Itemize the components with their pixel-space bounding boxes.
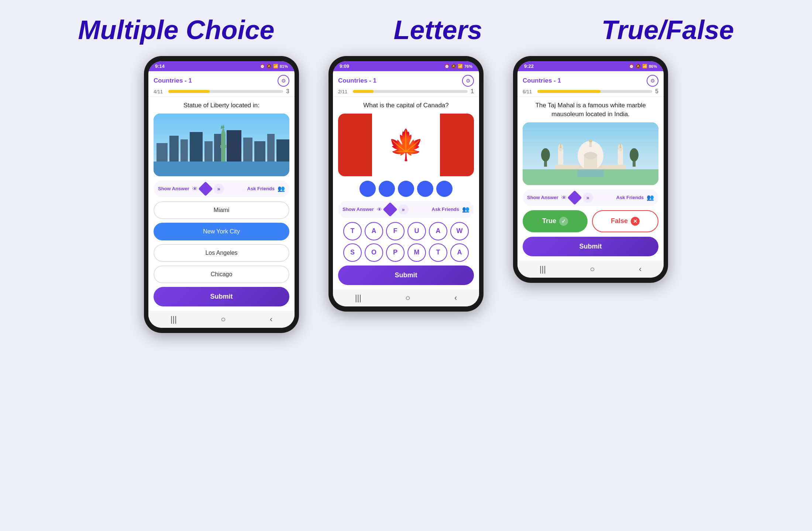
true-false-row: True ✓ False ✕ <box>523 210 658 232</box>
eye-icon-2: 👁 <box>377 206 382 212</box>
choice-chicago[interactable]: Chicago <box>154 266 289 283</box>
diamond-icon-3 <box>567 190 582 205</box>
show-answer-btn-2[interactable]: Show Answer <box>343 206 374 212</box>
letter-btn-T1[interactable]: T <box>343 222 362 240</box>
nav-home-icon-3[interactable]: ○ <box>590 264 595 274</box>
submit-btn-1[interactable]: Submit <box>154 287 289 306</box>
letter-btn-A3[interactable]: A <box>450 243 469 262</box>
true-button[interactable]: True ✓ <box>523 210 588 232</box>
header-top-1: Countries - 1 ⚙ <box>154 75 289 87</box>
forward-btn-3[interactable]: » <box>583 192 593 203</box>
letter-btn-F[interactable]: F <box>386 222 405 240</box>
flag-center: 🍁 <box>372 114 440 176</box>
progress-bar-fill-1 <box>168 90 210 93</box>
ask-friends-btn-3[interactable]: Ask Friends <box>616 195 644 200</box>
nav-recents-icon-3[interactable]: ||| <box>540 264 546 274</box>
alarm-icon-3: ⏰ <box>629 64 634 69</box>
battery-1: 81% <box>280 64 288 69</box>
letter-btn-M[interactable]: M <box>407 243 426 262</box>
phone3-inner: 9:22 ⏰ 🔕 📶 86% Countries - 1 ⚙ 6/11 <box>517 61 664 278</box>
choice-losangeles[interactable]: Los Angeles <box>154 244 289 262</box>
status-time-2: 9:09 <box>340 63 349 69</box>
status-time-1: 9:14 <box>155 63 165 69</box>
false-label: False <box>611 217 628 225</box>
header-top-3: Countries - 1 ⚙ <box>523 75 658 87</box>
submit-btn-2[interactable]: Submit <box>338 266 474 285</box>
letter-btn-T2[interactable]: T <box>429 243 447 262</box>
letter-slot-4 <box>417 181 433 197</box>
svg-rect-12 <box>154 162 289 176</box>
content-area-1: Statue of Liberty located in: <box>148 97 295 311</box>
choice-newyork[interactable]: New York City <box>154 223 289 240</box>
nav-back-icon-2[interactable]: ‹ <box>454 293 457 303</box>
true-label: True <box>542 217 556 225</box>
flag-left <box>338 114 372 176</box>
svg-rect-15 <box>220 145 226 148</box>
title-letters: Letters <box>394 15 482 45</box>
show-answer-btn-1[interactable]: Show Answer <box>158 186 189 191</box>
question-text-1: Statue of Liberty located in: <box>154 101 289 110</box>
letter-btn-W[interactable]: W <box>450 222 469 240</box>
gear-icon-2[interactable]: ⚙ <box>462 75 474 87</box>
letter-btn-P[interactable]: P <box>386 243 405 262</box>
progress-row-2: 2/11 1 <box>338 88 474 95</box>
progress-stars-3: 5 <box>655 88 658 95</box>
statue-svg <box>154 114 289 176</box>
letter-btn-S[interactable]: S <box>343 243 362 262</box>
friends-icon-3: 👥 <box>647 194 654 201</box>
course-title-1: Countries - 1 <box>154 77 192 84</box>
friends-icon-2: 👥 <box>462 206 469 213</box>
progress-bar-bg-3 <box>537 90 652 93</box>
action-bar-3: Show Answer 👁 » Ask Friends 👥 <box>523 190 658 206</box>
letter-btn-A1[interactable]: A <box>365 222 383 240</box>
app-header-1: Countries - 1 ⚙ 4/11 3 <box>148 71 295 97</box>
progress-label-2: 2/11 <box>338 89 350 94</box>
content-area-2: What is the capital of Canada? 🍁 <box>333 97 479 289</box>
progress-bar-fill-3 <box>537 90 601 93</box>
svg-point-26 <box>584 152 597 159</box>
choice-miami[interactable]: Miami <box>154 201 289 219</box>
mute-icon: 🔕 <box>266 64 272 69</box>
letter-answer-row <box>338 181 474 197</box>
battery-3: 86% <box>649 64 657 69</box>
gear-icon-3[interactable]: ⚙ <box>647 75 658 87</box>
nav-home-icon-2[interactable]: ○ <box>405 293 410 303</box>
forward-btn-1[interactable]: » <box>214 184 224 194</box>
course-title-3: Countries - 1 <box>523 77 561 84</box>
gear-icon-1[interactable]: ⚙ <box>278 75 289 87</box>
ask-friends-btn-2[interactable]: Ask Friends <box>432 206 459 212</box>
letter-btn-O[interactable]: O <box>365 243 383 262</box>
eye-icon-1: 👁 <box>192 186 197 192</box>
nav-back-icon-3[interactable]: ‹ <box>639 264 641 274</box>
bottom-nav-1: ||| ○ ‹ <box>148 311 295 328</box>
nav-back-icon[interactable]: ‹ <box>270 315 272 324</box>
show-answer-btn-3[interactable]: Show Answer <box>527 195 558 200</box>
submit-btn-3[interactable]: Submit <box>523 237 658 256</box>
title-true-false: True/False <box>602 15 734 45</box>
forward-btn-2[interactable]: » <box>398 204 409 215</box>
letter-slot-3 <box>398 181 414 197</box>
ask-friends-btn-1[interactable]: Ask Friends <box>247 186 275 191</box>
mute-icon-2: 🔕 <box>451 64 456 69</box>
status-time-3: 9:22 <box>524 63 534 69</box>
action-bar-2: Show Answer 👁 » Ask Friends 👥 <box>338 201 474 218</box>
nav-recents-icon[interactable]: ||| <box>171 315 177 324</box>
bottom-nav-2: ||| ○ ‹ <box>333 289 479 306</box>
progress-label-1: 4/11 <box>154 89 165 94</box>
phone-true-false: 9:22 ⏰ 🔕 📶 86% Countries - 1 ⚙ 6/11 <box>513 56 668 283</box>
phone-letters: 9:09 ⏰ 🔕 📶 76% Countries - 1 ⚙ 2/11 <box>328 56 484 312</box>
nav-home-icon[interactable]: ○ <box>221 315 226 324</box>
svg-rect-32 <box>620 144 621 148</box>
letter-slot-2 <box>379 181 395 197</box>
diamond-icon-1 <box>198 181 213 196</box>
letter-btn-A2[interactable]: A <box>429 222 447 240</box>
status-bar-2: 9:09 ⏰ 🔕 📶 76% <box>333 61 479 71</box>
alarm-icon: ⏰ <box>260 64 265 69</box>
nav-recents-icon-2[interactable]: ||| <box>355 293 361 303</box>
wifi-icon-3: 📶 <box>642 64 647 69</box>
question-image-2: 🍁 <box>338 114 474 176</box>
false-button[interactable]: False ✕ <box>592 210 658 232</box>
letter-slot-5 <box>436 181 453 197</box>
letter-btn-U[interactable]: U <box>407 222 426 240</box>
canada-flag: 🍁 <box>338 114 474 176</box>
